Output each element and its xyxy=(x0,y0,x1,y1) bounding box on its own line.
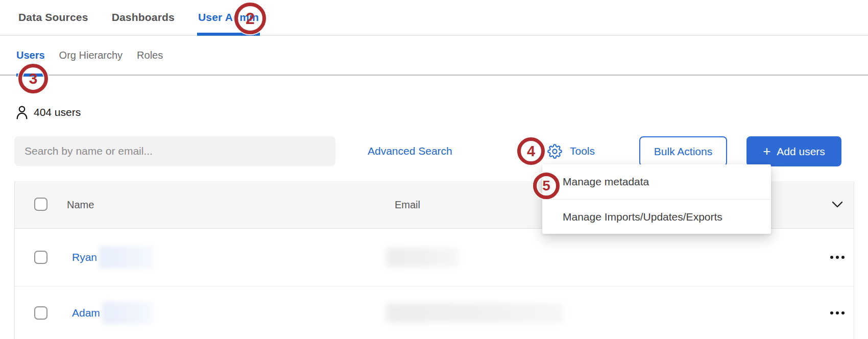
subtab-org-hierarchy[interactable]: Org Hierarchy xyxy=(59,35,123,75)
gear-icon xyxy=(547,144,562,159)
annotation-circle-5: 5 xyxy=(533,173,560,199)
annotation-circle-3: 3 xyxy=(18,64,48,93)
users-count: 404 users xyxy=(15,100,81,125)
table-row: Ryan xyxy=(15,229,854,286)
user-name-link[interactable]: Adam xyxy=(72,307,100,319)
annotation-circle-2: 2 xyxy=(234,3,266,34)
row-actions-ellipsis-icon[interactable] xyxy=(826,251,849,263)
person-icon xyxy=(15,105,29,120)
bulk-actions-button[interactable]: Bulk Actions xyxy=(639,136,727,166)
table-row: Adam xyxy=(15,286,854,339)
annotation-circle-4: 4 xyxy=(517,137,545,165)
top-navigation: Data Sources Dashboards User Admin xyxy=(0,0,868,36)
sub-navigation: Users Org Hierarchy Roles xyxy=(0,36,868,76)
user-name-link[interactable]: Ryan xyxy=(72,251,97,263)
menu-item-manage-metadata[interactable]: Manage metadata xyxy=(542,164,771,199)
tab-data-sources[interactable]: Data Sources xyxy=(18,0,88,35)
tools-dropdown-menu: Manage metadata Manage Imports/Updates/E… xyxy=(542,164,771,234)
tools-label: Tools xyxy=(570,145,595,157)
advanced-search-link[interactable]: Advanced Search xyxy=(368,136,452,166)
search-input[interactable] xyxy=(14,136,335,166)
tab-dashboards[interactable]: Dashboards xyxy=(112,0,175,35)
subtab-roles[interactable]: Roles xyxy=(137,35,163,75)
users-count-label: 404 users xyxy=(34,106,81,118)
chevron-down-icon[interactable] xyxy=(830,198,845,211)
add-users-button[interactable]: + Add users xyxy=(746,136,841,166)
redacted-surname-blur xyxy=(102,302,153,324)
redacted-email-blur xyxy=(386,248,459,267)
redacted-surname-blur xyxy=(99,246,154,269)
column-header-email: Email xyxy=(395,181,420,229)
menu-item-manage-imports-updates-exports[interactable]: Manage Imports/Updates/Exports xyxy=(542,199,771,234)
row-checkbox[interactable] xyxy=(34,306,47,320)
tools-button[interactable]: Tools xyxy=(547,136,595,166)
row-checkbox[interactable] xyxy=(34,251,47,264)
select-all-checkbox[interactable] xyxy=(34,198,47,211)
plus-icon: + xyxy=(763,144,770,158)
redacted-email-blur xyxy=(386,303,564,323)
column-header-name: Name xyxy=(67,181,94,229)
row-actions-ellipsis-icon[interactable] xyxy=(826,307,849,319)
